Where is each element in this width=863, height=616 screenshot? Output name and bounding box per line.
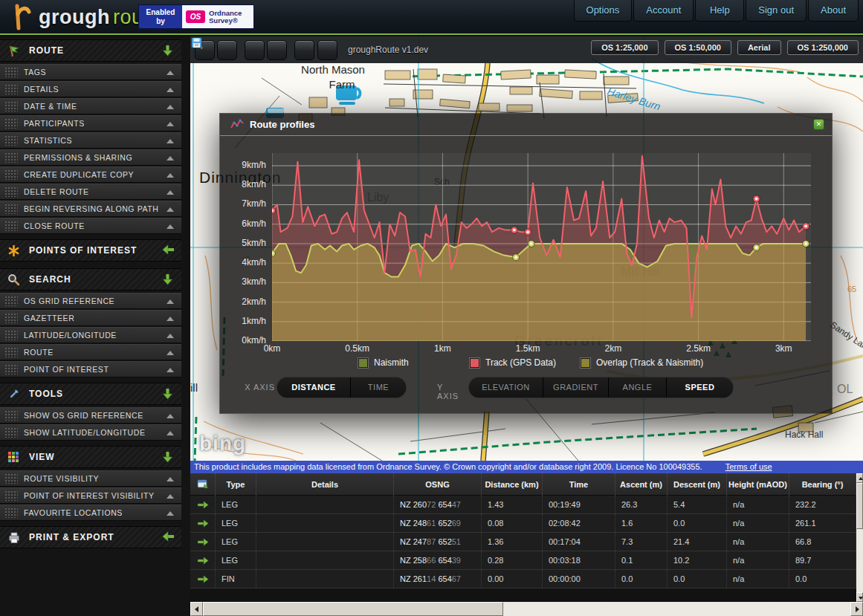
- sidebar-section-tools[interactable]: TOOLS: [0, 383, 181, 405]
- app-version: groughRoute v1.dev: [348, 45, 428, 55]
- sidebar-item-close-route[interactable]: CLOSE ROUTE: [0, 218, 181, 234]
- sidebar-item-point-of-interest-visibility[interactable]: POINT OF INTEREST VISIBILITY: [0, 487, 181, 504]
- item-label: POINT OF INTEREST: [24, 365, 109, 374]
- scroll-up-button[interactable]: [856, 473, 863, 483]
- y-tick-label: 3km/h: [220, 276, 266, 287]
- sidebar-item-permissions-sharing[interactable]: PERMISSIONS & SHARING: [0, 149, 181, 166]
- legend-label: Overlap (Track & Naismith): [596, 357, 703, 368]
- cell-osng: NZ 24861 65269: [394, 514, 482, 532]
- nav-account[interactable]: Account: [633, 0, 694, 22]
- nav-options[interactable]: Options: [574, 0, 633, 22]
- cell-details: [256, 514, 394, 532]
- cell-time: 00:00:00: [543, 570, 615, 588]
- sidebar-section-search[interactable]: SEARCH: [0, 268, 181, 291]
- scroll-left-button[interactable]: [190, 602, 203, 616]
- nav-sign-out[interactable]: Sign out: [746, 0, 807, 22]
- terms-of-use-link[interactable]: Terms of use: [725, 462, 772, 471]
- sidebar-item-create-duplicate-copy[interactable]: CREATE DUPLICATE COPY: [0, 166, 181, 183]
- sidebar-section-points-of-interest[interactable]: POINTS OF INTEREST: [0, 239, 181, 262]
- top-nav: OptionsAccountHelpSign outAbout: [572, 0, 859, 22]
- axis-option-speed[interactable]: SPEED: [666, 377, 733, 398]
- cell-details: [256, 551, 394, 569]
- collapsed-triangle-icon: [167, 105, 174, 109]
- save-button[interactable]: [317, 40, 337, 60]
- nav-about[interactable]: About: [808, 0, 859, 22]
- drag-grip-icon: [4, 152, 18, 163]
- table-row[interactable]: LEGNZ 25866 654390.2800:03:180.110.2n/a8…: [190, 551, 856, 570]
- redo-button[interactable]: [267, 40, 287, 60]
- table-horizontal-scrollbar[interactable]: [190, 602, 863, 616]
- goto-leg-button[interactable]: [190, 551, 216, 569]
- axis-option-gradient[interactable]: GRADIENT: [543, 377, 608, 398]
- sidebar-item-os-grid-reference[interactable]: OS GRID REFERENCE: [0, 293, 181, 309]
- collapsed-triangle-icon: [167, 431, 174, 435]
- route-profiles-button[interactable]: [294, 40, 314, 60]
- sidebar-item-statistics[interactable]: STATISTICS: [0, 132, 181, 149]
- undo-button[interactable]: [245, 40, 265, 60]
- goto-leg-button[interactable]: [190, 514, 216, 532]
- scroll-down-button[interactable]: [856, 592, 863, 602]
- sidebar-item-participants[interactable]: PARTICIPANTS: [0, 115, 181, 132]
- nav-help[interactable]: Help: [695, 0, 744, 22]
- sidebar-item-favourite-locations[interactable]: FAVOURITE LOCATIONS: [0, 505, 181, 521]
- y-tick-label: 9km/h: [220, 160, 266, 170]
- x-tick-label: 0km: [264, 343, 281, 354]
- sidebar-item-tags[interactable]: TAGS: [0, 64, 181, 80]
- cell-bearing: 232.2: [789, 496, 856, 513]
- scroll-thumb[interactable]: [203, 602, 503, 616]
- collapsed-triangle-icon: [167, 190, 174, 195]
- layer-aerial-button[interactable]: Aerial: [737, 40, 781, 55]
- layer-os-1-25-000-button[interactable]: OS 1:25,000: [591, 40, 658, 55]
- collapsed-triangle-icon: [167, 156, 174, 161]
- map-label-ill: ill: [190, 381, 198, 394]
- cell-time: 00:03:18: [543, 551, 615, 569]
- goto-leg-button[interactable]: [190, 570, 216, 588]
- zoom-out-button[interactable]: [217, 40, 237, 60]
- goto-leg-button[interactable]: [190, 496, 216, 513]
- scroll-right-button[interactable]: [850, 602, 863, 616]
- app-header: grough route Enabledby OS Ordnance Surve…: [0, 0, 863, 35]
- collapse-arrow-icon: [162, 451, 174, 463]
- scroll-thumb[interactable]: [856, 483, 863, 529]
- collapsed-triangle-icon: [167, 173, 174, 178]
- drag-grip-icon: [4, 490, 18, 501]
- sidebar-item-details[interactable]: DETAILS: [0, 81, 181, 97]
- goto-leg-button[interactable]: [190, 533, 216, 551]
- table-row[interactable]: LEGNZ 26072 654471.4300:19:4926.35.4n/a2…: [190, 496, 856, 514]
- sidebar-item-route[interactable]: ROUTE: [0, 344, 181, 360]
- table-row[interactable]: LEGNZ 24861 652690.0802:08:421.60.0n/a26…: [190, 514, 856, 533]
- y-tick-label: 6km/h: [220, 218, 266, 229]
- sidebar-section-route[interactable]: ROUTE: [0, 39, 181, 62]
- sidebar-item-delete-route[interactable]: DELETE ROUTE: [0, 184, 181, 200]
- sidebar-item-point-of-interest[interactable]: POINT OF INTEREST: [0, 361, 181, 377]
- sidebar-item-route-visibility[interactable]: ROUTE VISIBILITY: [0, 470, 181, 487]
- cell-bearing: 66.8: [789, 533, 856, 551]
- cell-bearing: 261.1: [789, 514, 856, 532]
- drag-grip-icon: [4, 135, 18, 146]
- speed-profile-chart[interactable]: [272, 153, 811, 341]
- sidebar-item-begin-reversing-along-path[interactable]: BEGIN REVERSING ALONG PATH: [0, 201, 181, 217]
- axis-option-time[interactable]: TIME: [350, 377, 406, 398]
- close-icon[interactable]: ✕: [813, 119, 824, 130]
- legend-swatch: [470, 358, 479, 368]
- sidebar-section-view[interactable]: VIEW: [0, 446, 181, 468]
- collapsed-triangle-icon: [167, 511, 174, 516]
- sidebar-item-show-os-grid-reference[interactable]: SHOW OS GRID REFERENCE: [0, 407, 181, 424]
- sidebar-item-date-time[interactable]: DATE & TIME: [0, 98, 181, 114]
- layer-os-1-250-000-button[interactable]: OS 1:250,000: [787, 40, 859, 55]
- y-tick-label: 0km/h: [220, 335, 266, 346]
- sidebar-item-show-latitude-longitude[interactable]: SHOW LATITUDE/LONGITUDE: [0, 424, 181, 441]
- axis-option-elevation[interactable]: ELEVATION: [469, 377, 543, 398]
- item-label: DATE & TIME: [24, 102, 77, 111]
- axis-option-angle[interactable]: ANGLE: [608, 377, 666, 398]
- table-row[interactable]: LEGNZ 24787 652511.3600:17:047.321.4n/a6…: [190, 533, 856, 551]
- item-label: SHOW OS GRID REFERENCE: [24, 411, 143, 420]
- copyright-text: This product includes mapping data licen…: [194, 462, 702, 471]
- sidebar-item-gazetteer[interactable]: GAZETTEER: [0, 310, 181, 326]
- sidebar-section-print-export[interactable]: PRINT & EXPORT: [0, 526, 181, 548]
- sidebar-item-latitude-longitude[interactable]: LATITUDE/LONGITUDE: [0, 327, 181, 343]
- table-row[interactable]: FINNZ 26114 654670.0000:00:000.00.0n/a0.…: [190, 570, 856, 589]
- axis-option-distance[interactable]: DISTANCE: [277, 377, 350, 398]
- table-vertical-scrollbar[interactable]: [856, 473, 863, 602]
- layer-os-1-50-000-button[interactable]: OS 1:50,000: [665, 40, 731, 55]
